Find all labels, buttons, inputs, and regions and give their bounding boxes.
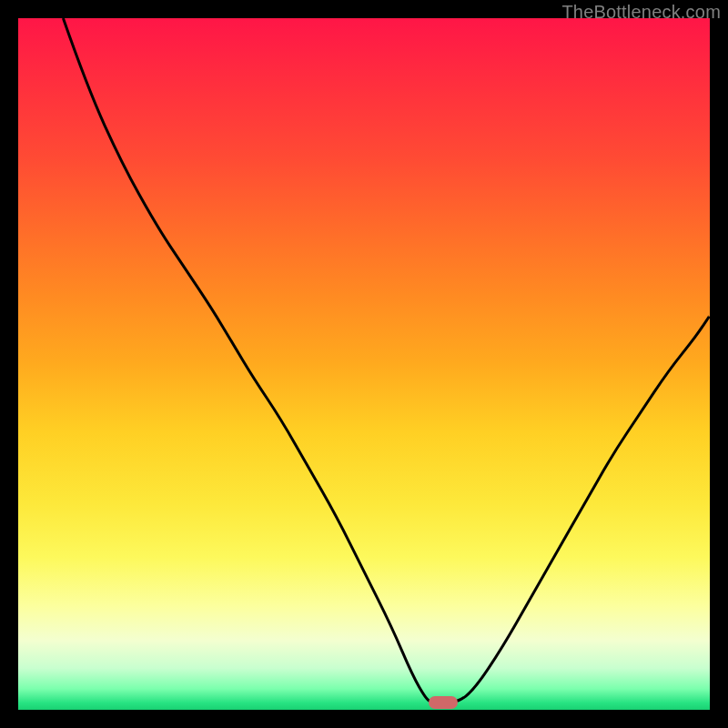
chart-frame: TheBottleneck.com (0, 0, 728, 728)
plot-area (18, 18, 710, 710)
optimal-marker (429, 696, 458, 709)
bottleneck-curve (18, 18, 710, 710)
curve-path (63, 18, 710, 703)
